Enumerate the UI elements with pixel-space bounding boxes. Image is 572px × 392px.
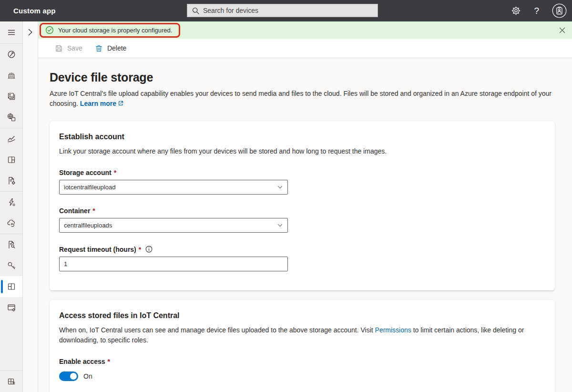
required-marker: * xyxy=(92,207,95,215)
nav-item-jobs[interactable] xyxy=(0,170,22,191)
container-dropdown[interactable]: centralfileuploads xyxy=(59,218,288,233)
section-title: Establish account xyxy=(59,133,545,141)
section-title: Access stored files in IoT Central xyxy=(59,311,545,320)
required-marker: * xyxy=(139,246,141,253)
toggle-knob xyxy=(70,373,77,380)
get-started-icon xyxy=(7,50,16,59)
storage-account-label: Storage account * xyxy=(59,169,545,176)
chevron-down-icon xyxy=(277,222,283,228)
application-icon xyxy=(7,282,16,291)
settings-gear-icon[interactable] xyxy=(511,6,521,16)
device-groups-icon xyxy=(7,92,16,101)
nav-item-devices[interactable] xyxy=(0,65,22,86)
account-badge-icon[interactable] xyxy=(552,3,567,18)
top-app-bar: Custom app ? xyxy=(0,0,572,21)
nav-item-device-groups[interactable] xyxy=(0,86,22,107)
search-input[interactable] xyxy=(203,7,373,14)
nav-item-application[interactable] xyxy=(0,276,22,297)
required-marker: * xyxy=(108,358,110,365)
audit-logs-icon xyxy=(7,240,16,249)
container-label: Container * xyxy=(59,207,545,215)
main-column: Your cloud storage is properly configure… xyxy=(38,21,572,392)
enable-access-toggle[interactable] xyxy=(59,371,78,381)
app-shell: Your cloud storage is properly configure… xyxy=(0,21,572,392)
left-nav xyxy=(0,21,23,392)
request-timeout-input[interactable] xyxy=(59,257,288,271)
external-link-icon xyxy=(118,100,124,106)
annotation-highlight: Your cloud storage is properly configure… xyxy=(40,23,180,38)
enable-access-row: On xyxy=(59,371,545,381)
success-check-icon xyxy=(45,25,54,35)
menu-icon xyxy=(7,28,16,37)
success-banner: Your cloud storage is properly configure… xyxy=(38,21,572,39)
delete-button[interactable]: Delete xyxy=(95,44,126,52)
nav-item-get-started[interactable] xyxy=(0,44,22,65)
page-description: Azure IoT Central's file upload capabili… xyxy=(50,89,555,109)
learn-more-link[interactable]: Learn more xyxy=(80,100,124,107)
app-title: Custom app xyxy=(0,7,56,15)
nav-menu-toggle[interactable] xyxy=(0,21,22,43)
nav-item-customization[interactable] xyxy=(0,297,22,318)
toggle-state-text: On xyxy=(83,372,92,380)
nav-item-permissions[interactable] xyxy=(0,255,22,276)
permissions-icon xyxy=(7,261,16,270)
nav-item-app-catalog[interactable] xyxy=(0,371,22,392)
access-stored-files-card: Access stored files in IoT Central When … xyxy=(50,300,555,392)
page-content: Device file storage Azure IoT Central's … xyxy=(38,58,572,392)
establish-account-card: Establish account Link your storage acco… xyxy=(50,121,555,290)
nav-item-analytics[interactable] xyxy=(0,128,22,149)
page-title: Device file storage xyxy=(50,71,555,84)
customization-icon xyxy=(7,303,16,312)
jobs-icon xyxy=(7,176,16,186)
search-icon xyxy=(192,7,200,15)
device-search[interactable] xyxy=(187,4,378,17)
section-description: When on, IoT Central users can see and m… xyxy=(59,325,545,345)
save-icon xyxy=(55,44,63,52)
required-marker: * xyxy=(114,169,116,176)
permissions-link[interactable]: Permissions xyxy=(375,326,411,334)
nav-item-dashboards[interactable] xyxy=(0,149,22,170)
nav-item-rules[interactable] xyxy=(0,192,22,213)
nav-item-data-export[interactable] xyxy=(0,213,22,234)
data-export-icon xyxy=(7,218,16,228)
nav-item-audit-logs[interactable] xyxy=(0,234,22,255)
trash-icon xyxy=(95,44,103,52)
devices-icon xyxy=(7,71,16,80)
app-catalog-icon xyxy=(7,377,16,386)
topbar-actions: ? xyxy=(511,3,572,18)
chevron-right-icon[interactable] xyxy=(26,28,34,37)
help-icon[interactable]: ? xyxy=(534,6,539,15)
rules-icon xyxy=(7,197,16,207)
info-icon[interactable] xyxy=(145,245,153,253)
command-bar: Save Delete xyxy=(38,39,572,58)
close-icon[interactable] xyxy=(559,27,566,34)
chevron-down-icon xyxy=(277,184,283,190)
dashboards-icon xyxy=(7,155,16,165)
nav-item-device-templates[interactable] xyxy=(0,107,22,128)
section-subtitle: Link your storage account where any file… xyxy=(59,146,545,156)
save-button[interactable]: Save xyxy=(55,44,82,52)
storage-account-dropdown[interactable]: iotcentralfileupload xyxy=(59,180,288,195)
enable-access-label: Enable access * xyxy=(59,358,545,365)
banner-message: Your cloud storage is properly configure… xyxy=(58,27,172,34)
analytics-icon xyxy=(7,134,16,144)
device-templates-icon xyxy=(7,113,16,122)
nav-expand-strip xyxy=(23,21,38,392)
request-timeout-label: Request timeout (hours) * xyxy=(59,245,545,253)
